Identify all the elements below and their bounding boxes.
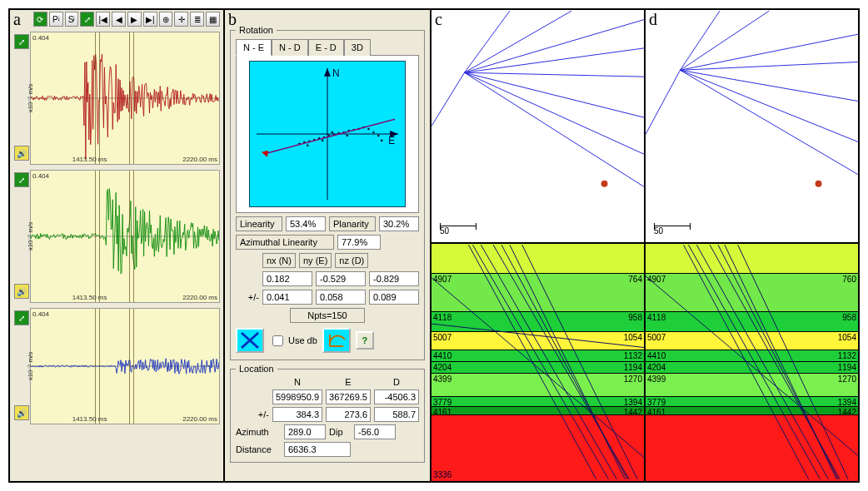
panel-c-plan-rays bbox=[432, 10, 644, 242]
wave-2-audio-icon[interactable]: 🔊 bbox=[14, 405, 29, 420]
wave-1-x0: 1413.50 ms bbox=[72, 294, 107, 301]
panel_d-layer-7-left: 3779 bbox=[647, 398, 666, 407]
location-group: Location N E D 5998950.9 367269.5 -4506.… bbox=[230, 364, 425, 463]
wave-2-ylabel: x10⁻¹ m/s bbox=[27, 352, 34, 381]
panel_c-layer-2-left: 4118 bbox=[433, 313, 451, 322]
panel_c-layer-4-left: 4410 bbox=[433, 351, 451, 360]
dip-label: Dip bbox=[329, 427, 351, 437]
svg-line-27 bbox=[265, 119, 395, 154]
svg-line-34 bbox=[465, 72, 644, 155]
layers-icon[interactable]: ≣ bbox=[190, 12, 204, 27]
wave-0-fit-icon[interactable]: ⤢ bbox=[14, 34, 29, 49]
help-button[interactable]: ? bbox=[356, 331, 374, 350]
svg-line-30 bbox=[465, 19, 644, 72]
panel_c-layer-2: 4118958 bbox=[432, 311, 644, 331]
panel_c-layer-6-right: 1270 bbox=[624, 374, 642, 384]
panel-a: a ⟳PʲSʲ⤢|◀◀▶▶|⊕✛≣▦ ⤢🔊0.404x10⁻¹ m/s1413.… bbox=[10, 10, 225, 481]
azimuth-label: Azimuth bbox=[236, 427, 281, 437]
next-icon[interactable]: ▶ bbox=[127, 12, 142, 27]
compass-button[interactable] bbox=[322, 328, 351, 353]
wave-2-x1: 2220.00 ms bbox=[182, 415, 217, 423]
panel_d-layer-2-left: 4118 bbox=[647, 313, 666, 322]
rotation-tabpage: N E bbox=[236, 55, 419, 213]
loc-e: 367269.5 bbox=[326, 389, 371, 404]
dip-value: -56.0 bbox=[354, 424, 396, 439]
panel-d: d 50 41611442377913944399127042041194441… bbox=[646, 10, 858, 481]
panel_d-layer-3-left: 5007 bbox=[647, 333, 666, 342]
figure-frame: a ⟳PʲSʲ⤢|◀◀▶▶|⊕✛≣▦ ⤢🔊0.404x10⁻¹ m/s1413.… bbox=[8, 8, 860, 483]
axis-e-label: E bbox=[388, 135, 395, 146]
rotation-tab-e-d[interactable]: E - D bbox=[308, 39, 344, 56]
panel-b: b Rotation N - EN - DE - D3D N E bbox=[225, 10, 432, 481]
svg-point-20 bbox=[372, 131, 375, 134]
axis-n-label: N bbox=[332, 67, 340, 79]
wave-0-ylabel: x10⁻¹ m/s bbox=[27, 84, 34, 113]
svg-point-19 bbox=[367, 128, 370, 131]
panel_d-layer-7: 37791394 bbox=[646, 396, 858, 406]
settings-icon[interactable]: ▦ bbox=[206, 12, 220, 27]
svg-point-57 bbox=[816, 181, 822, 187]
svg-point-39 bbox=[601, 181, 608, 187]
svg-line-36 bbox=[465, 11, 571, 72]
waveform-0[interactable]: ⤢🔊0.404x10⁻¹ m/s1413.50 ms2220.00 ms bbox=[30, 32, 220, 165]
panel_d-layer-3-right: 1054 bbox=[838, 333, 856, 342]
svg-point-26 bbox=[381, 140, 383, 142]
globe-icon[interactable]: ⊕ bbox=[159, 12, 173, 27]
first-icon[interactable]: |◀ bbox=[96, 12, 110, 27]
wave-1-fit-icon[interactable]: ⤢ bbox=[14, 172, 29, 187]
wave-1-audio-icon[interactable]: 🔊 bbox=[14, 284, 29, 299]
panel-c-section[interactable]: 4161144237791394439912704204119444101132… bbox=[432, 243, 644, 481]
panel_d-layer-1-right: 760 bbox=[842, 275, 856, 284]
svg-line-56 bbox=[646, 70, 681, 134]
refresh-icon[interactable]: ⟳ bbox=[33, 12, 47, 27]
rotation-tab-n-d[interactable]: N - D bbox=[272, 39, 308, 56]
p-pick-button[interactable]: Pʲ bbox=[49, 12, 63, 27]
rotate-axes-button[interactable] bbox=[236, 328, 264, 353]
loc-pm: +/- bbox=[236, 409, 269, 419]
panel_d-layer-5: 42041194 bbox=[646, 361, 858, 373]
panel-c-scale-label: 50 bbox=[440, 226, 449, 236]
planarity-label: Planarity bbox=[329, 216, 376, 231]
wave-2-fit-icon[interactable]: ⤢ bbox=[14, 310, 29, 325]
panel_c-layer-4-right: 1132 bbox=[624, 351, 642, 360]
ny-err: 0.058 bbox=[316, 290, 366, 305]
nx-value: 0.182 bbox=[262, 271, 312, 286]
panel_c-layer-6-left: 4399 bbox=[433, 374, 451, 384]
panel_d-layer-8: 41611442 bbox=[646, 406, 858, 414]
svg-line-55 bbox=[681, 11, 720, 70]
waveform-2[interactable]: ⤢🔊0.404x10⁻¹ m/s1413.50 ms2220.00 ms bbox=[30, 308, 220, 424]
svg-line-38 bbox=[432, 72, 465, 126]
panel_d-layer-3: 50071054 bbox=[646, 331, 858, 350]
loc-hdr-e: E bbox=[326, 377, 371, 387]
panel-c: c 50 41611442377913944399127042041194441… bbox=[432, 10, 646, 481]
panel-d-scalebar: 50 bbox=[654, 226, 691, 236]
panel-d-scale-label: 50 bbox=[654, 226, 663, 236]
panel-c-plan-view[interactable]: 50 bbox=[432, 10, 644, 243]
rotation-tab-n-e[interactable]: N - E bbox=[236, 39, 272, 56]
use-db-input[interactable] bbox=[272, 335, 283, 346]
hodogram-plot[interactable]: N E bbox=[249, 61, 406, 207]
crosshair-icon[interactable]: ✛ bbox=[174, 12, 188, 27]
use-db-checkbox[interactable]: Use db bbox=[269, 333, 317, 349]
nx-err: 0.041 bbox=[262, 290, 312, 305]
panel-c-scalebar: 50 bbox=[440, 226, 476, 236]
svg-point-21 bbox=[322, 140, 324, 142]
rotation-legend: Rotation bbox=[236, 25, 277, 35]
zoom-fit-icon[interactable]: ⤢ bbox=[80, 12, 94, 27]
panel_c-layer-1: 4907764 bbox=[432, 273, 644, 311]
panel-d-plan-view[interactable]: 50 bbox=[646, 10, 858, 243]
wave-0-audio-icon[interactable]: 🔊 bbox=[14, 146, 29, 161]
npts-label: Npts=150 bbox=[290, 308, 365, 323]
rotation-tab-3d[interactable]: 3D bbox=[344, 39, 371, 56]
panel_c-layer-2-right: 958 bbox=[628, 313, 642, 322]
wave-1-ytick: 0.404 bbox=[32, 172, 49, 180]
panel-d-section[interactable]: 4161144237791394439912704204119444101132… bbox=[646, 243, 858, 481]
panel-b-label: b bbox=[228, 10, 237, 29]
svg-line-31 bbox=[465, 48, 644, 73]
waveform-1[interactable]: ⤢🔊0.404x10⁻¹ m/s1413.50 ms2220.00 ms bbox=[30, 170, 220, 303]
last-icon[interactable]: ▶| bbox=[143, 12, 157, 27]
s-pick-button[interactable]: Sʲ bbox=[65, 12, 79, 27]
wave-1-x1: 2220.00 ms bbox=[182, 294, 217, 301]
prev-icon[interactable]: ◀ bbox=[112, 12, 126, 27]
linearity-label: Linearity bbox=[236, 216, 282, 231]
